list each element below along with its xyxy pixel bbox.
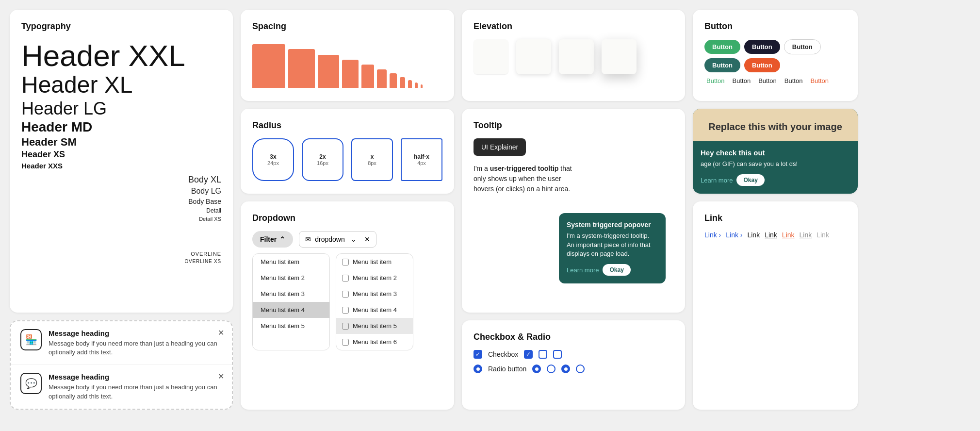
spacing-bar-1 <box>252 44 285 88</box>
checkbox-6 <box>342 339 349 346</box>
message-close-2[interactable]: ✕ <box>218 372 224 381</box>
button-green[interactable]: Button <box>704 40 740 54</box>
system-popover: System triggered popover I'm a system-tr… <box>559 213 666 283</box>
message-heading-1: Message heading <box>49 329 222 337</box>
link-button-default-3[interactable]: Button <box>783 77 805 84</box>
chevron-down-icon: ⌄ <box>351 235 357 243</box>
message-item-2: 💬 Message heading Message body if you ne… <box>11 365 232 408</box>
link-button-default-2[interactable]: Button <box>756 77 779 84</box>
left-menu-item-1[interactable]: Menu list item <box>253 254 329 270</box>
checkbox-1 <box>342 259 349 265</box>
radius-box-halfx: half-x4px <box>401 138 442 181</box>
link-blue-arrow-2[interactable]: Link › <box>726 231 742 239</box>
body-base-label: Body Base <box>185 198 222 205</box>
radio-row: Radio button <box>474 365 673 373</box>
elevation-card: Elevation <box>462 10 685 101</box>
header-xl: Header XL <box>21 72 185 98</box>
elevation-box-4 <box>602 39 637 74</box>
link-row: Link › Link › Link Link Link Link Link <box>704 231 846 239</box>
spacing-bar-8 <box>400 77 405 88</box>
dropdown-lists: Menu list item Menu list item 2 Menu lis… <box>252 253 442 350</box>
spacing-title: Spacing <box>252 21 442 32</box>
checkbox-filled-2[interactable]: ✓ <box>524 350 533 359</box>
system-popover-learn-more[interactable]: Learn more <box>567 266 599 274</box>
spacing-bar-7 <box>390 73 397 88</box>
message-content-1: Message heading Message body if you need… <box>49 329 222 357</box>
radius-box-3x: 3x24px <box>252 138 294 181</box>
link-blue-arrow-1[interactable]: Link › <box>704 231 721 239</box>
header-lg: Header LG <box>21 98 185 119</box>
right-menu-item-4[interactable]: Menu list item 4 <box>336 302 413 318</box>
overline-xs-label: OVERLINE XS <box>185 259 222 264</box>
system-popover-okay[interactable]: Okay <box>603 264 630 276</box>
chevron-up-icon: ⌃ <box>279 235 285 243</box>
image-popup-learn-more[interactable]: Learn more <box>701 177 733 184</box>
right-menu-item-3[interactable]: Menu list item 3 <box>336 286 413 302</box>
dropdown-clear-icon[interactable]: ✕ <box>364 235 370 243</box>
right-menu-item-6[interactable]: Menu list item 6 <box>336 334 413 350</box>
button-dark[interactable]: Button <box>744 40 780 54</box>
right-menu-item-1[interactable]: Menu list item <box>336 254 413 270</box>
elevation-box-2 <box>516 39 551 74</box>
link-card: Link Link › Link › Link Link Link Link L… <box>693 201 858 410</box>
checkbox-3 <box>342 291 349 298</box>
radio-checked-2[interactable] <box>532 365 541 373</box>
right-menu-item-2[interactable]: Menu list item 2 <box>336 270 413 286</box>
button-orange[interactable]: Button <box>744 58 780 72</box>
checkbox-empty-1[interactable] <box>539 350 547 359</box>
radio-unchecked-1[interactable] <box>547 365 555 373</box>
message-icon-1: 🏪 <box>20 329 42 350</box>
typography-side: Body XL Body LG Body Base Detail Detail … <box>185 171 222 266</box>
radio-checked-3[interactable] <box>561 365 570 373</box>
right-menu-item-5[interactable]: Menu list item 5 <box>336 318 413 334</box>
checkbox-row: ✓ Checkbox ✓ <box>474 350 673 359</box>
spacing-bar-4 <box>342 60 359 88</box>
checkbox-5 <box>342 323 349 330</box>
radius-title: Radius <box>252 120 442 131</box>
typography-card: Typography Header XXL Header XL Header L… <box>10 10 233 313</box>
message-close-1[interactable]: ✕ <box>218 328 224 337</box>
left-menu-item-5[interactable]: Menu list item 5 <box>253 318 329 334</box>
checkbox-radio-card: Checkbox & Radio ✓ Checkbox ✓ Radio butt… <box>462 320 685 410</box>
radius-boxes: 3x24px 2x16px x8px half-x4px <box>252 138 442 181</box>
system-popover-actions: Learn more Okay <box>567 264 658 276</box>
link-button-default-1[interactable]: Button <box>731 77 753 84</box>
link-button-orange[interactable]: Button <box>808 77 831 84</box>
checkbox-radio-title: Checkbox & Radio <box>474 332 673 342</box>
checkbox-empty-2[interactable] <box>553 350 562 359</box>
elevation-box-3 <box>559 39 594 74</box>
button-outline[interactable]: Button <box>784 39 821 54</box>
message-icon-2: 💬 <box>20 373 42 394</box>
filter-label: Filter <box>260 235 277 243</box>
right-menu-list: Menu list item Menu list item 2 Menu lis… <box>336 253 413 350</box>
elevation-title: Elevation <box>474 21 673 32</box>
link-buttons-row: Button Button Button Button Button <box>704 77 846 84</box>
left-menu-item-2[interactable]: Menu list item 2 <box>253 270 329 286</box>
left-menu-item-3[interactable]: Menu list item 3 <box>253 286 329 302</box>
dropdown-select[interactable]: ✉ dropdown ⌄ ✕ <box>299 231 376 248</box>
left-menu-item-4[interactable]: Menu list item 4 <box>253 302 329 318</box>
message-card: 🏪 Message heading Message body if you ne… <box>10 320 233 410</box>
radio-label: Radio button <box>488 365 526 373</box>
image-popup-text: age (or GIF) can save you a lot ds! <box>701 160 850 168</box>
link-default-1[interactable]: Link <box>747 231 760 239</box>
header-xs: Header XS <box>21 149 185 160</box>
link-orange-1[interactable]: Link <box>782 231 795 239</box>
image-popup-okay[interactable]: Okay <box>736 174 764 186</box>
header-xxl: Header XXL <box>21 39 185 72</box>
link-button-green[interactable]: Button <box>704 77 727 84</box>
header-sm: Header SM <box>21 135 185 149</box>
radio-checked-1[interactable] <box>474 365 482 373</box>
message-heading-2: Message heading <box>49 373 222 381</box>
image-popup-actions: Learn more Okay <box>701 174 850 186</box>
filter-button[interactable]: Filter ⌃ <box>252 231 293 248</box>
spacing-bar-3 <box>318 55 339 88</box>
button-teal[interactable]: Button <box>704 58 740 72</box>
system-popover-body: I'm a system-triggered tooltip. An impor… <box>567 232 658 258</box>
radio-unchecked-2[interactable] <box>576 365 585 373</box>
link-underline-1[interactable]: Link <box>765 231 777 239</box>
tooltip-body-text: I'm a user-triggered tooltip that only s… <box>474 164 580 194</box>
link-gray-1[interactable]: Link <box>800 231 812 239</box>
overline-label: OVERLINE <box>185 251 222 257</box>
checkbox-filled-1[interactable]: ✓ <box>474 350 482 359</box>
